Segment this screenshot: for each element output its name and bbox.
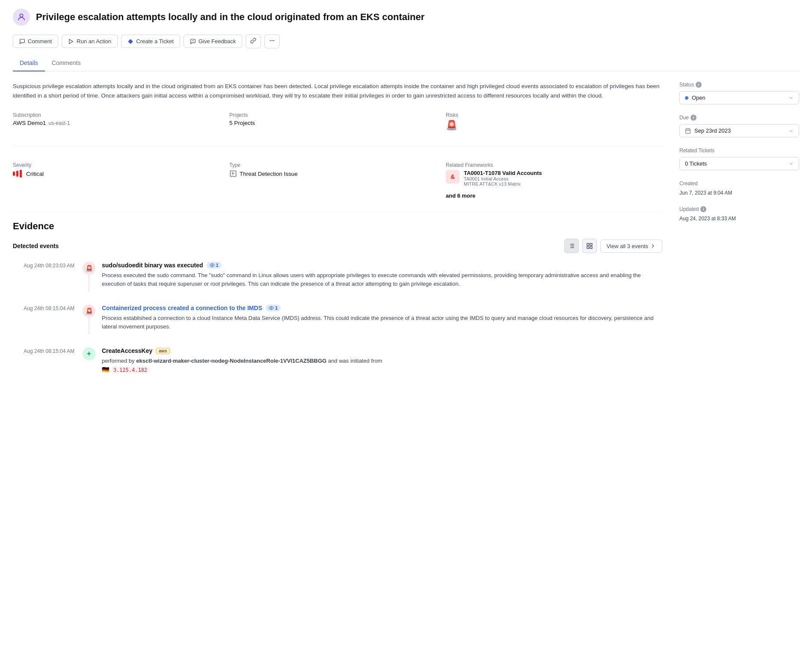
framework-icon: & bbox=[446, 170, 459, 183]
created-label: Created bbox=[679, 181, 799, 186]
meta-separator bbox=[13, 146, 662, 147]
grid-icon bbox=[586, 243, 593, 249]
due-value: Sep 23rd 2023 bbox=[694, 127, 731, 134]
create-ticket-label: Create a Ticket bbox=[136, 38, 173, 44]
event-title-text: CreateAccessKey bbox=[102, 347, 152, 354]
tabs: Details Comments bbox=[13, 55, 799, 71]
event-title-text: sudo/sudoedit binary was executed bbox=[102, 262, 203, 269]
risks-label: Risks bbox=[446, 112, 662, 118]
event-dot: + bbox=[83, 347, 95, 360]
comment-icon bbox=[19, 38, 25, 44]
link-button[interactable] bbox=[246, 34, 261, 48]
projects-label: Projects bbox=[229, 112, 446, 118]
create-ticket-button[interactable]: Create a Ticket bbox=[121, 35, 180, 48]
event-dot: 🚨 bbox=[83, 305, 95, 317]
view-all-label: View all 3 events bbox=[607, 243, 648, 249]
updated-info-icon[interactable]: i bbox=[700, 206, 706, 212]
list-view-button[interactable] bbox=[564, 239, 579, 253]
framework-sub2: MITRE ATT&CK v13 Matrix bbox=[464, 181, 542, 186]
event-description: Process established a connection to a cl… bbox=[102, 314, 662, 331]
event-connector: 🚨 bbox=[81, 305, 97, 334]
avatar bbox=[13, 9, 30, 26]
meta-risks: Risks 🚨 bbox=[446, 112, 662, 131]
and-more: and 6 more bbox=[446, 192, 662, 199]
events-controls: View all 3 events bbox=[564, 239, 662, 253]
event-content: CreateAccessKey aws performed by eksctl-… bbox=[97, 347, 662, 374]
dots-icon bbox=[269, 38, 275, 44]
tickets-dropdown[interactable]: 0 Tickets bbox=[679, 157, 799, 170]
action-bar: Comment Run an Action Create a Ticket Gi… bbox=[13, 34, 799, 48]
projects-value: 5 Projects bbox=[229, 120, 446, 126]
event-row: Aug 24th 08:15:04 AM 🚨 Containerized pro… bbox=[13, 305, 662, 334]
due-dropdown[interactable]: Sep 23rd 2023 bbox=[679, 124, 799, 137]
status-value: Open bbox=[692, 95, 705, 101]
eye-badge: 1 bbox=[266, 305, 281, 311]
tickets-label: Related Tickets bbox=[679, 148, 799, 154]
grid-view-button[interactable] bbox=[582, 239, 597, 253]
tab-details[interactable]: Details bbox=[13, 55, 45, 71]
page-title: Privilege escalation attempts locally an… bbox=[36, 12, 424, 23]
sidebar-area: Status i Open Due i Sep 23rd 2023 bbox=[679, 82, 799, 387]
due-info-icon[interactable]: i bbox=[690, 115, 696, 121]
tab-comments[interactable]: Comments bbox=[45, 55, 88, 71]
severity-label: Severity bbox=[13, 162, 229, 168]
status-info-icon[interactable]: i bbox=[696, 82, 702, 88]
event-time: Aug 24th 08:15:04 AM bbox=[13, 305, 81, 311]
main-layout: Suspicious privilege escalation attempts… bbox=[13, 82, 799, 387]
updated-value: Aug 24, 2023 at 8:33 AM bbox=[679, 216, 799, 222]
risks-icon: 🚨 bbox=[446, 120, 662, 131]
type-label: Type bbox=[229, 162, 446, 168]
comment-label: Comment bbox=[28, 38, 52, 44]
diamond-icon bbox=[127, 38, 133, 44]
subscription-region: us-east-1 bbox=[49, 120, 70, 126]
sidebar-tickets: Related Tickets 0 Tickets bbox=[679, 148, 799, 170]
sidebar-due: Due i Sep 23rd 2023 bbox=[679, 115, 799, 137]
sidebar-status: Status i Open bbox=[679, 82, 799, 104]
description: Suspicious privilege escalation attempts… bbox=[13, 82, 662, 100]
give-feedback-button[interactable]: Give Feedback bbox=[184, 35, 242, 48]
list-icon bbox=[568, 243, 575, 249]
svg-rect-17 bbox=[587, 243, 589, 246]
chevron-down-icon bbox=[788, 161, 794, 166]
chevron-right-icon bbox=[650, 243, 656, 249]
run-action-button[interactable]: Run an Action bbox=[62, 35, 118, 48]
calendar-icon bbox=[685, 128, 691, 134]
severity-bar-1 bbox=[13, 172, 15, 176]
severity-bar-3 bbox=[20, 170, 22, 178]
svg-rect-19 bbox=[587, 247, 589, 249]
svg-rect-23 bbox=[686, 129, 690, 133]
status-dropdown[interactable]: Open bbox=[679, 91, 799, 104]
more-options-button[interactable] bbox=[264, 34, 280, 48]
event-description: performed by eksctl-wizard-maker-cluster… bbox=[102, 357, 662, 374]
event-connector: 🚨 bbox=[81, 262, 97, 292]
chevron-down-icon bbox=[788, 95, 794, 101]
sidebar-created: Created Jun 7, 2023 at 9:04 AM bbox=[679, 181, 799, 196]
svg-marker-2 bbox=[128, 39, 133, 44]
feedback-icon bbox=[190, 38, 196, 44]
detected-events-header: Detected events View all 3 events bbox=[13, 239, 662, 253]
give-feedback-label: Give Feedback bbox=[199, 38, 236, 44]
event-dot: 🚨 bbox=[83, 262, 95, 275]
evidence-section: Evidence Detected events View all 3 even… bbox=[13, 221, 662, 374]
ip-address: 3.125.4.182 bbox=[111, 367, 150, 373]
meta-type: Type Threat Detection Issue bbox=[229, 162, 446, 199]
severity-value: Critical bbox=[26, 171, 44, 177]
flag-icon: 🇩🇪 bbox=[102, 366, 109, 373]
desc-bold: eksctl-wizard-maker-cluster-nodeg-NodeIn… bbox=[136, 358, 326, 364]
svg-point-6 bbox=[273, 40, 274, 41]
subscription-value: AWS Demo1 bbox=[13, 120, 46, 126]
meta-grid: Subscription AWS Demo1 us-east-1 Project… bbox=[13, 112, 662, 199]
type-row: Threat Detection Issue bbox=[229, 170, 446, 178]
aws-badge: aws bbox=[156, 348, 170, 354]
status-dot bbox=[685, 96, 688, 100]
event-title: CreateAccessKey aws bbox=[102, 347, 662, 354]
chevron-down-icon bbox=[788, 128, 794, 133]
event-line bbox=[89, 275, 89, 292]
comment-button[interactable]: Comment bbox=[13, 35, 58, 48]
eye-icon bbox=[269, 305, 274, 311]
view-all-button[interactable]: View all 3 events bbox=[600, 240, 662, 253]
event-time: Aug 24th 08:23:03 AM bbox=[13, 262, 81, 269]
sidebar-updated: Updated i Aug 24, 2023 at 8:33 AM bbox=[679, 206, 799, 222]
event-content: Containerized process created a connecti… bbox=[97, 305, 662, 331]
svg-rect-20 bbox=[590, 247, 592, 249]
